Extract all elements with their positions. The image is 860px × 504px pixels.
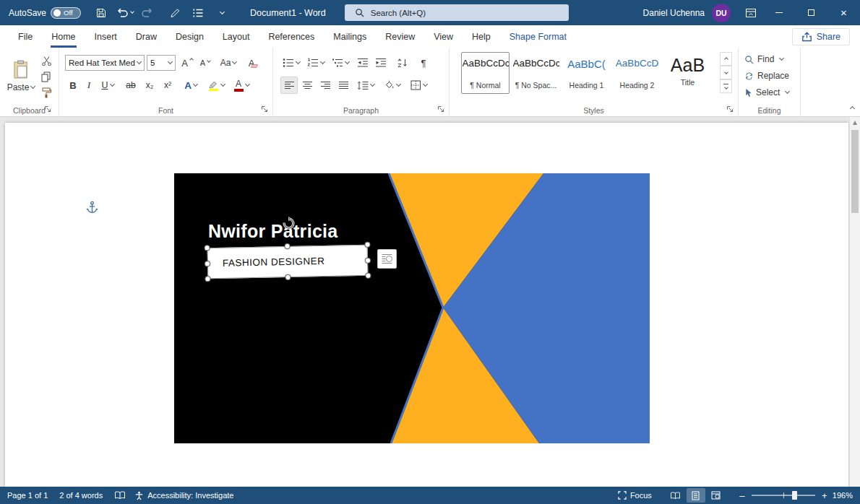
justify-button[interactable] [335, 77, 352, 94]
redo-button-disabled[interactable] [137, 3, 158, 23]
selection-handle[interactable] [365, 257, 371, 263]
styles-dialog-launcher[interactable] [726, 105, 734, 113]
scroll-up-arrow-icon[interactable] [853, 121, 857, 125]
zoom-in-button[interactable]: + [820, 490, 830, 501]
font-color-button[interactable]: A [230, 77, 253, 94]
font-name-select[interactable]: Red Hat Text Med [65, 55, 145, 71]
align-center-button[interactable] [298, 77, 316, 94]
text-effects-button[interactable]: A [179, 77, 202, 94]
tab-help[interactable]: Help [463, 25, 500, 48]
align-right-button[interactable] [317, 77, 334, 94]
grow-font-button[interactable]: A [179, 55, 196, 71]
read-mode-button[interactable] [666, 488, 685, 503]
card-role-text[interactable]: FASHION DESIGNER [223, 246, 325, 278]
business-card-graphic[interactable]: Nwifor Patricia FASHION DESIGNER [174, 173, 650, 443]
card-name-text[interactable]: Nwifor Patricia [208, 221, 338, 242]
gallery-more-button[interactable] [720, 79, 732, 93]
tab-design[interactable]: Design [166, 25, 213, 48]
multilevel-list-button[interactable] [330, 55, 351, 71]
minimize-button[interactable] [762, 0, 795, 25]
zoom-out-button[interactable]: – [737, 490, 747, 501]
share-button[interactable]: Share [792, 28, 850, 45]
font-size-select[interactable]: 5 [147, 55, 176, 71]
search-input[interactable]: Search (Alt+Q) [345, 4, 569, 21]
undo-button[interactable] [114, 3, 134, 23]
user-name[interactable]: Daniel Uchenna [643, 8, 705, 18]
ribbon-display-options-button[interactable] [741, 3, 761, 23]
web-layout-button[interactable] [707, 488, 726, 503]
tab-references[interactable]: References [259, 25, 324, 48]
scrollbar-thumb[interactable] [851, 130, 859, 213]
bullets-button[interactable] [280, 55, 302, 71]
tab-home[interactable]: Home [42, 25, 85, 48]
copy-button[interactable] [38, 69, 55, 84]
increase-indent-button[interactable] [372, 55, 390, 71]
selection-handle[interactable] [204, 245, 210, 251]
save-button[interactable] [91, 3, 111, 23]
subscript-button[interactable]: x₂ [141, 77, 158, 94]
customize-quick-access-button[interactable] [211, 3, 231, 23]
close-button[interactable]: × [827, 0, 860, 25]
zoom-slider[interactable] [752, 495, 815, 496]
tab-layout[interactable]: Layout [213, 25, 259, 48]
style-heading-1[interactable]: AaBbC( Heading 1 [562, 52, 611, 94]
find-button[interactable]: Find [744, 52, 796, 66]
italic-button[interactable]: I [82, 77, 96, 94]
clipboard-dialog-launcher[interactable] [44, 105, 51, 113]
superscript-button[interactable]: x² [159, 77, 176, 94]
tab-shape-format[interactable]: Shape Format [500, 25, 576, 48]
numbering-button[interactable] [305, 55, 327, 71]
format-painter-button[interactable] [38, 85, 55, 100]
select-button[interactable]: Select [744, 85, 796, 100]
decrease-indent-button[interactable] [354, 55, 371, 71]
tab-insert[interactable]: Insert [85, 25, 126, 48]
line-spacing-button[interactable] [355, 77, 377, 94]
vertical-scrollbar[interactable] [849, 117, 860, 487]
show-formatting-button[interactable]: ¶ [415, 55, 432, 71]
focus-mode-button[interactable]: Focus [618, 491, 652, 500]
font-dialog-launcher[interactable] [261, 105, 268, 113]
strikethrough-button[interactable]: ab [121, 77, 140, 94]
style-no-spacing[interactable]: AaBbCcDc ¶ No Spac... [512, 52, 560, 94]
paragraph-dialog-launcher[interactable] [437, 105, 444, 113]
rotate-handle[interactable] [282, 217, 296, 230]
clear-formatting-button[interactable]: A [243, 55, 263, 71]
selected-textbox[interactable]: FASHION DESIGNER [207, 245, 369, 279]
tab-review[interactable]: Review [376, 25, 424, 48]
user-avatar[interactable]: DU [712, 4, 731, 22]
quick-access-list-button[interactable] [188, 3, 208, 23]
paste-button[interactable]: Paste [6, 52, 36, 100]
page-number-status[interactable]: Page 1 of 1 [7, 491, 48, 500]
tab-view[interactable]: View [424, 25, 463, 48]
document-page[interactable]: Nwifor Patricia FASHION DESIGNER [5, 123, 848, 487]
style-heading-2[interactable]: AaBbCcD Heading 2 [613, 52, 661, 94]
change-case-button[interactable]: Aa [217, 55, 240, 71]
maximize-button[interactable] [795, 0, 827, 25]
bold-button[interactable]: B [65, 77, 81, 94]
gallery-scroll-up-button[interactable] [720, 52, 732, 66]
document-canvas[interactable]: Nwifor Patricia FASHION DESIGNER [0, 117, 860, 487]
collapse-ribbon-button[interactable] [848, 100, 854, 113]
autosave-control[interactable]: AutoSave Off [9, 7, 81, 19]
quick-access-pen-button[interactable] [165, 3, 185, 23]
tab-file[interactable]: File [9, 25, 42, 48]
zoom-level[interactable]: 196% [833, 491, 853, 500]
replace-button[interactable]: Replace [744, 69, 796, 83]
tab-mailings[interactable]: Mailings [324, 25, 376, 48]
autosave-toggle[interactable]: Off [51, 7, 81, 19]
text-highlight-button[interactable] [204, 77, 228, 94]
underline-button[interactable]: U [97, 77, 119, 94]
print-layout-button[interactable] [687, 488, 705, 503]
zoom-slider-thumb[interactable] [792, 491, 797, 500]
layout-options-button[interactable] [377, 249, 397, 269]
sort-button[interactable] [392, 55, 413, 71]
selection-handle[interactable] [205, 261, 210, 266]
style-normal[interactable]: AaBbCcDc ¶ Normal [461, 52, 509, 94]
accessibility-status-button[interactable]: Accessibility: Investigate [134, 491, 233, 500]
align-left-button[interactable] [280, 77, 298, 94]
style-title[interactable]: AaB Title [663, 52, 712, 94]
borders-button[interactable] [406, 77, 431, 94]
gallery-scroll-down-button[interactable] [720, 66, 732, 79]
tab-draw[interactable]: Draw [126, 25, 166, 48]
shrink-font-button[interactable]: A [197, 55, 214, 71]
